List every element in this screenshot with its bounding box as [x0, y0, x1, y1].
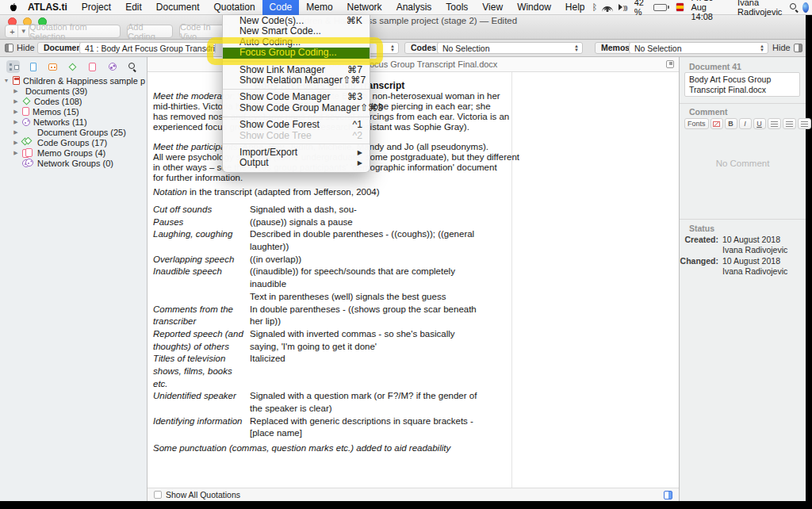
italic-button[interactable]: I: [739, 118, 752, 129]
notation-desc-column: Signaled with inverted commas - so she's…: [250, 328, 511, 353]
menubar-item-edit[interactable]: Edit: [118, 0, 149, 15]
created-date: 10 August 2018: [722, 235, 780, 244]
menubar-item-tools[interactable]: Tools: [439, 0, 475, 15]
menu-item-auto-coding[interactable]: Auto Coding...: [223, 37, 370, 48]
menu-bar-user[interactable]: Ivana Radivojevic: [737, 0, 782, 17]
bold-button[interactable]: B: [725, 118, 737, 129]
menubar-item-help[interactable]: Help: [558, 0, 592, 15]
sidebar-item-memos-15[interactable]: ▶Memos (15): [3, 106, 145, 117]
menu-item-show-link-manager[interactable]: Show Link Manager⌘7: [223, 65, 370, 75]
menubar-item-atlas-ti[interactable]: ATLAS.ti: [21, 0, 75, 15]
notation-desc-line: [place name]: [250, 427, 511, 440]
document-icon: [30, 63, 36, 71]
created-label: Created:: [680, 235, 718, 244]
project-tree: ▼Children & Happiness sample project (s.…: [3, 75, 145, 168]
quotation-from-selection-button[interactable]: Quotation from Selection: [29, 25, 121, 38]
menu-bar-clock[interactable]: Fri 10 Aug 14:08: [691, 0, 730, 21]
notation-term-line: Reported speech (and: [153, 328, 250, 341]
memos-filter-button[interactable]: [86, 60, 99, 73]
menubar-item-code[interactable]: Code: [262, 0, 300, 15]
menubar-item-analysis[interactable]: Analysis: [389, 0, 439, 15]
menu-item-new-smart-code[interactable]: New Smart Code...: [223, 26, 370, 36]
sidebar-item-networks-11[interactable]: ▶Networks (11): [3, 117, 145, 127]
created-by: Ivana Radivojevic: [722, 245, 787, 254]
disclosure-triangle[interactable]: ▶: [13, 129, 19, 136]
sidebar-item-codes-108[interactable]: ▶Codes (108): [3, 96, 145, 106]
disclosure-triangle-open[interactable]: ▼: [3, 78, 10, 83]
add-coding-button[interactable]: Add Coding: [127, 25, 173, 38]
menu-item-show-code-group-manager[interactable]: Show Code Group Manager⇧⌘3: [223, 103, 370, 113]
networks-filter-button[interactable]: [105, 60, 119, 73]
volume-icon[interactable]: ))): [619, 4, 627, 11]
menu-item-new-code-s[interactable]: New Code(s)...⌘K: [223, 16, 370, 26]
menubar-item-window[interactable]: Window: [510, 0, 558, 15]
tree-item-label: Code Groups (17): [37, 138, 107, 147]
disclosure-triangle[interactable]: ▶: [13, 88, 19, 94]
sidebar-item-network-groups-0[interactable]: ▶Network Groups (0): [3, 158, 145, 168]
menu-item-import-export[interactable]: Import/Export▶: [223, 147, 370, 158]
disclosure-triangle[interactable]: ▶: [13, 109, 19, 115]
document-name-field[interactable]: Body Art Focus Group Transcript Final.do…: [684, 72, 800, 97]
document-dropdown[interactable]: 41 : Body Art Focus Group Transcript Fi.…: [79, 42, 216, 54]
menubar-item-project[interactable]: Project: [75, 0, 118, 15]
menubar-item-document[interactable]: Document: [149, 0, 207, 15]
tree-root[interactable]: ▼Children & Happiness sample project (s.…: [3, 75, 145, 86]
tree-item-label: Documents (39): [25, 86, 87, 96]
menu-item-show-relation-manager[interactable]: Show Relation Manager⇧⌘7: [223, 75, 370, 86]
notation-row: Inaudible speech((inaudible)) for speech…: [153, 266, 511, 290]
menu-item-show-code-manager[interactable]: Show Code Manager⌘3: [223, 92, 370, 102]
sidebar-item-code-groups-17[interactable]: ▶Code Groups (17): [3, 137, 145, 147]
disclosure-triangle[interactable]: ▶: [13, 150, 19, 156]
menu-item-label: Show Relation Manager: [239, 75, 343, 86]
expand-document-icon[interactable]: [666, 60, 674, 68]
notation-desc-column: Text in parentheses (well) signals the b…: [250, 291, 511, 304]
icon-memo-group: [22, 148, 34, 158]
wifi-icon[interactable]: [604, 3, 611, 12]
menu-item-focus-group-coding[interactable]: Focus Group Coding...: [223, 48, 370, 58]
disclosure-triangle[interactable]: ▶: [13, 98, 19, 105]
notation-term-line: Pauses: [153, 216, 250, 229]
battery-icon[interactable]: [653, 4, 669, 11]
menubar-item-view[interactable]: View: [475, 0, 510, 15]
disclosure-triangle[interactable]: ▶: [13, 119, 19, 125]
sidebar-search-button[interactable]: [125, 60, 139, 73]
codes-filter-button[interactable]: [66, 60, 79, 73]
sidebar-item-memo-groups-4[interactable]: ▶Memo Groups (4): [3, 147, 145, 158]
align-left-button[interactable]: [768, 118, 781, 129]
memos-dropdown[interactable]: No Selection ▲▼: [629, 42, 768, 54]
notation-desc-line: Italicized: [250, 353, 511, 365]
menu-item-show-code-forest[interactable]: Show Code Forest^1: [223, 120, 370, 130]
fonts-button[interactable]: Fonts: [684, 118, 709, 129]
menubar-item-quotation[interactable]: Quotation: [207, 0, 262, 15]
apple-menu-icon[interactable]: [5, 0, 21, 15]
keyboard-layout-flag-icon[interactable]: [676, 3, 684, 11]
hide-right-panel-button[interactable]: Hide: [772, 43, 802, 52]
disclosure-triangle[interactable]: ▶: [13, 140, 19, 146]
text-color-well[interactable]: [710, 118, 723, 129]
sidebar-item-documents-39[interactable]: ▶Documents (39): [3, 86, 145, 96]
align-right-button[interactable]: [798, 118, 811, 129]
sidebar-item-document-groups-25[interactable]: ▶Document Groups (25): [3, 127, 145, 137]
menu-item-output[interactable]: Output▶: [223, 158, 370, 168]
margin-area-toggle-icon[interactable]: [664, 491, 672, 499]
menubar-item-memo[interactable]: Memo: [299, 0, 339, 15]
quotation-icon: [48, 63, 57, 71]
siri-icon[interactable]: [802, 2, 809, 13]
add-button[interactable]: + ▼: [5, 25, 32, 38]
submenu-arrow-icon: ▶: [358, 147, 362, 158]
hide-left-panel-button[interactable]: Hide: [5, 43, 35, 52]
quotations-filter-button[interactable]: [46, 60, 59, 73]
underline-button[interactable]: U: [753, 118, 766, 129]
margin-area-divider[interactable]: [511, 72, 512, 488]
show-all-quotations-checkbox[interactable]: [154, 491, 162, 499]
documents-filter-button[interactable]: [26, 60, 40, 73]
tree-view-filter-button[interactable]: [6, 60, 20, 73]
align-center-icon: [786, 121, 793, 127]
entity-selector-bar: Hide Documents 41 : Body Art Focus Group…: [0, 40, 806, 57]
align-center-button[interactable]: [783, 118, 796, 129]
bluetooth-icon[interactable]: ᛒ: [592, 2, 598, 12]
menubar-item-network[interactable]: Network: [340, 0, 389, 15]
spotlight-search-icon[interactable]: [789, 2, 795, 12]
notation-term-line: shows, films, books: [153, 365, 250, 378]
codes-dropdown[interactable]: No Selection ▲▼: [437, 42, 583, 54]
